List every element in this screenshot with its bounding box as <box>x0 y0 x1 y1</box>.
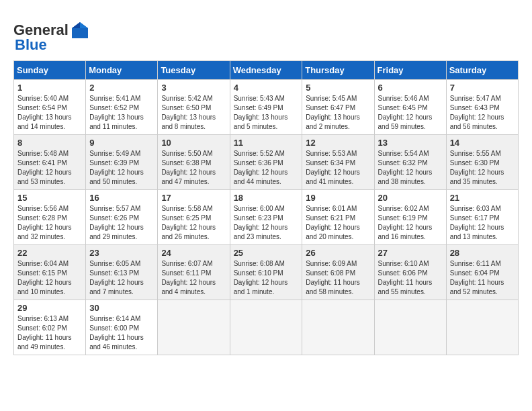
calendar-week-row: 22Sunrise: 6:04 AM Sunset: 6:15 PM Dayli… <box>14 245 519 300</box>
day-info: Sunrise: 5:56 AM Sunset: 6:28 PM Dayligh… <box>17 204 82 242</box>
calendar-cell: 14Sunrise: 5:55 AM Sunset: 6:30 PM Dayli… <box>446 135 518 190</box>
day-info: Sunrise: 6:05 AM Sunset: 6:13 PM Dayligh… <box>89 259 154 297</box>
day-info: Sunrise: 6:14 AM Sunset: 6:00 PM Dayligh… <box>89 314 154 352</box>
day-number: 22 <box>17 248 82 258</box>
day-info: Sunrise: 5:52 AM Sunset: 6:36 PM Dayligh… <box>234 149 299 187</box>
day-info: Sunrise: 5:42 AM Sunset: 6:50 PM Dayligh… <box>161 94 226 132</box>
day-info: Sunrise: 5:49 AM Sunset: 6:39 PM Dayligh… <box>89 149 154 187</box>
day-info: Sunrise: 5:41 AM Sunset: 6:52 PM Dayligh… <box>89 94 154 132</box>
calendar-cell: 22Sunrise: 6:04 AM Sunset: 6:15 PM Dayli… <box>14 245 86 300</box>
day-number: 6 <box>378 83 443 93</box>
calendar-cell: 4Sunrise: 5:43 AM Sunset: 6:49 PM Daylig… <box>230 80 302 135</box>
calendar-cell <box>302 300 374 355</box>
day-number: 23 <box>89 248 154 258</box>
day-number: 19 <box>306 193 370 203</box>
calendar-header-row: SundayMondayTuesdayWednesdayThursdayFrid… <box>14 61 519 80</box>
day-number: 18 <box>234 193 299 203</box>
day-number: 1 <box>17 83 82 93</box>
day-info: Sunrise: 5:50 AM Sunset: 6:38 PM Dayligh… <box>161 149 226 187</box>
day-number: 13 <box>378 138 443 148</box>
day-number: 30 <box>89 303 154 313</box>
calendar-cell: 11Sunrise: 5:52 AM Sunset: 6:36 PM Dayli… <box>230 135 302 190</box>
calendar-cell: 2Sunrise: 5:41 AM Sunset: 6:52 PM Daylig… <box>86 80 158 135</box>
calendar-cell: 6Sunrise: 5:46 AM Sunset: 6:45 PM Daylig… <box>374 80 446 135</box>
day-number: 20 <box>378 193 443 203</box>
day-info: Sunrise: 6:01 AM Sunset: 6:21 PM Dayligh… <box>306 204 370 242</box>
calendar-table: SundayMondayTuesdayWednesdayThursdayFrid… <box>13 60 519 355</box>
day-number: 26 <box>306 248 370 258</box>
day-number: 9 <box>89 138 154 148</box>
day-info: Sunrise: 6:07 AM Sunset: 6:11 PM Dayligh… <box>161 259 226 297</box>
calendar-cell <box>446 300 518 355</box>
calendar-cell: 5Sunrise: 5:45 AM Sunset: 6:47 PM Daylig… <box>302 80 374 135</box>
page-header: General Blue <box>13 13 519 54</box>
day-number: 27 <box>378 248 443 258</box>
weekday-header-sunday: Sunday <box>14 61 86 80</box>
day-info: Sunrise: 6:13 AM Sunset: 6:02 PM Dayligh… <box>17 314 82 352</box>
day-number: 28 <box>450 248 515 258</box>
day-info: Sunrise: 6:02 AM Sunset: 6:19 PM Dayligh… <box>378 204 443 242</box>
calendar-cell: 19Sunrise: 6:01 AM Sunset: 6:21 PM Dayli… <box>302 190 374 245</box>
calendar-cell: 30Sunrise: 6:14 AM Sunset: 6:00 PM Dayli… <box>86 300 158 355</box>
calendar-cell: 12Sunrise: 5:53 AM Sunset: 6:34 PM Dayli… <box>302 135 374 190</box>
calendar-cell: 23Sunrise: 6:05 AM Sunset: 6:13 PM Dayli… <box>86 245 158 300</box>
svg-marker-2 <box>72 22 80 28</box>
day-number: 2 <box>89 83 154 93</box>
calendar-week-row: 29Sunrise: 6:13 AM Sunset: 6:02 PM Dayli… <box>14 300 519 355</box>
day-info: Sunrise: 5:58 AM Sunset: 6:25 PM Dayligh… <box>161 204 226 242</box>
day-number: 16 <box>89 193 154 203</box>
calendar-week-row: 1Sunrise: 5:40 AM Sunset: 6:54 PM Daylig… <box>14 80 519 135</box>
calendar-cell: 16Sunrise: 5:57 AM Sunset: 6:26 PM Dayli… <box>86 190 158 245</box>
calendar-cell: 10Sunrise: 5:50 AM Sunset: 6:38 PM Dayli… <box>158 135 230 190</box>
day-info: Sunrise: 6:04 AM Sunset: 6:15 PM Dayligh… <box>17 259 82 297</box>
day-number: 12 <box>306 138 370 148</box>
calendar-cell: 24Sunrise: 6:07 AM Sunset: 6:11 PM Dayli… <box>158 245 230 300</box>
day-number: 4 <box>234 83 299 93</box>
day-number: 24 <box>161 248 226 258</box>
day-info: Sunrise: 6:11 AM Sunset: 6:04 PM Dayligh… <box>450 259 515 297</box>
day-info: Sunrise: 6:03 AM Sunset: 6:17 PM Dayligh… <box>450 204 515 242</box>
calendar-cell: 18Sunrise: 6:00 AM Sunset: 6:23 PM Dayli… <box>230 190 302 245</box>
svg-marker-1 <box>80 22 88 28</box>
day-info: Sunrise: 5:54 AM Sunset: 6:32 PM Dayligh… <box>378 149 443 187</box>
calendar-cell: 8Sunrise: 5:48 AM Sunset: 6:41 PM Daylig… <box>14 135 86 190</box>
day-info: Sunrise: 5:43 AM Sunset: 6:49 PM Dayligh… <box>234 94 299 132</box>
calendar-cell: 26Sunrise: 6:09 AM Sunset: 6:08 PM Dayli… <box>302 245 374 300</box>
logo: General Blue <box>13 20 91 54</box>
calendar-cell: 1Sunrise: 5:40 AM Sunset: 6:54 PM Daylig… <box>14 80 86 135</box>
day-info: Sunrise: 6:00 AM Sunset: 6:23 PM Dayligh… <box>234 204 299 242</box>
weekday-header-wednesday: Wednesday <box>230 61 302 80</box>
day-number: 25 <box>234 248 299 258</box>
day-number: 21 <box>450 193 515 203</box>
day-info: Sunrise: 5:46 AM Sunset: 6:45 PM Dayligh… <box>378 94 443 132</box>
calendar-cell: 20Sunrise: 6:02 AM Sunset: 6:19 PM Dayli… <box>374 190 446 245</box>
weekday-header-saturday: Saturday <box>446 61 518 80</box>
day-info: Sunrise: 5:57 AM Sunset: 6:26 PM Dayligh… <box>89 204 154 242</box>
day-info: Sunrise: 6:10 AM Sunset: 6:06 PM Dayligh… <box>378 259 443 297</box>
weekday-header-thursday: Thursday <box>302 61 374 80</box>
day-info: Sunrise: 5:40 AM Sunset: 6:54 PM Dayligh… <box>17 94 82 132</box>
calendar-cell: 28Sunrise: 6:11 AM Sunset: 6:04 PM Dayli… <box>446 245 518 300</box>
calendar-week-row: 15Sunrise: 5:56 AM Sunset: 6:28 PM Dayli… <box>14 190 519 245</box>
day-number: 3 <box>161 83 226 93</box>
day-info: Sunrise: 6:08 AM Sunset: 6:10 PM Dayligh… <box>234 259 299 297</box>
day-number: 10 <box>161 138 226 148</box>
calendar-cell: 29Sunrise: 6:13 AM Sunset: 6:02 PM Dayli… <box>14 300 86 355</box>
calendar-cell <box>230 300 302 355</box>
day-number: 29 <box>17 303 82 313</box>
calendar-week-row: 8Sunrise: 5:48 AM Sunset: 6:41 PM Daylig… <box>14 135 519 190</box>
calendar-cell: 25Sunrise: 6:08 AM Sunset: 6:10 PM Dayli… <box>230 245 302 300</box>
calendar-cell <box>374 300 446 355</box>
day-number: 7 <box>450 83 515 93</box>
weekday-header-friday: Friday <box>374 61 446 80</box>
day-info: Sunrise: 5:48 AM Sunset: 6:41 PM Dayligh… <box>17 149 82 187</box>
calendar-cell: 13Sunrise: 5:54 AM Sunset: 6:32 PM Dayli… <box>374 135 446 190</box>
day-number: 11 <box>234 138 299 148</box>
calendar-cell: 17Sunrise: 5:58 AM Sunset: 6:25 PM Dayli… <box>158 190 230 245</box>
calendar-cell: 7Sunrise: 5:47 AM Sunset: 6:43 PM Daylig… <box>446 80 518 135</box>
weekday-header-tuesday: Tuesday <box>158 61 230 80</box>
day-number: 5 <box>306 83 370 93</box>
day-info: Sunrise: 5:53 AM Sunset: 6:34 PM Dayligh… <box>306 149 370 187</box>
logo-icon <box>70 20 90 40</box>
day-info: Sunrise: 5:47 AM Sunset: 6:43 PM Dayligh… <box>450 94 515 132</box>
